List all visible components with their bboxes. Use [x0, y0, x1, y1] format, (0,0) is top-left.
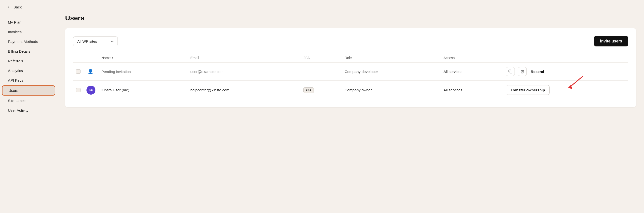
svg-rect-2 [510, 71, 512, 73]
main-card: All WP sites ⤔ Invite users Name ↑ Email… [65, 28, 636, 107]
sidebar-item-label-my-plan: My Plan [8, 20, 21, 24]
table-row: KUKinsta User (me)helpcenter@kinsta.com2… [73, 81, 628, 100]
user-role-cell: Company developer [342, 63, 440, 81]
table-body: 👤Pending invitationuser@example.comCompa… [73, 63, 628, 100]
sidebar-item-label-site-labels: Site Labels [8, 99, 26, 103]
sidebar-item-label-invoices: Invoices [8, 30, 22, 34]
users-table: Name ↑ Email 2FA Role Access 👤Pending in… [73, 53, 628, 99]
col-email: Email [187, 53, 300, 63]
sidebar: My PlanInvoicesPayment MethodsBilling De… [0, 14, 57, 213]
sidebar-item-invoices[interactable]: Invoices [2, 27, 55, 36]
sidebar-item-my-plan[interactable]: My Plan [2, 18, 55, 27]
sidebar-item-payment-methods[interactable]: Payment Methods [2, 37, 55, 46]
card-header: All WP sites ⤔ Invite users [73, 36, 628, 46]
user-actions-cell: Resend [503, 63, 628, 81]
sidebar-item-label-billing-details: Billing Details [8, 49, 30, 53]
col-actions [503, 53, 628, 63]
dropdown-selected-value: All WP sites [77, 39, 97, 43]
col-access: Access [440, 53, 503, 63]
user-actions-cell: Transfer ownership [503, 81, 628, 100]
content-area: Users All WP sites ⤔ Invite users [57, 14, 644, 213]
row-checkbox[interactable] [76, 69, 80, 74]
sidebar-item-label-users: Users [8, 88, 18, 93]
sidebar-item-analytics[interactable]: Analytics [2, 66, 55, 75]
copy-link-button[interactable] [506, 67, 515, 76]
sidebar-item-label-analytics: Analytics [8, 68, 23, 73]
delete-invitation-button[interactable] [518, 67, 527, 76]
col-checkbox [73, 53, 84, 63]
page-title: Users [65, 14, 636, 22]
row-checkbox[interactable] [76, 88, 80, 92]
avatar: KU [86, 86, 96, 95]
sidebar-item-user-activity[interactable]: User Activity [2, 106, 55, 115]
sidebar-item-site-labels[interactable]: Site Labels [2, 96, 55, 105]
user-email-cell: user@example.com [187, 63, 300, 81]
2fa-badge: 2FA [303, 87, 314, 93]
table-row: 👤Pending invitationuser@example.comCompa… [73, 63, 628, 81]
user-role-cell: Company owner [342, 81, 440, 100]
user-access-cell: All services [440, 63, 503, 81]
sidebar-item-label-referrals: Referrals [8, 59, 23, 63]
user-name-cell: Kinsta User (me) [98, 81, 187, 100]
table-header: Name ↑ Email 2FA Role Access [73, 53, 628, 63]
site-filter-dropdown[interactable]: All WP sites ⤔ [73, 36, 118, 46]
col-2fa: 2FA [300, 53, 342, 63]
invite-users-button[interactable]: Invite users [594, 36, 628, 46]
sidebar-item-users[interactable]: Users [2, 85, 55, 96]
back-arrow-icon: ← [7, 4, 12, 10]
col-name: Name ↑ [98, 53, 187, 63]
user-2fa-cell [300, 63, 342, 81]
transfer-ownership-button[interactable]: Transfer ownership [506, 85, 550, 95]
user-access-cell: All services [440, 81, 503, 100]
col-avatar [84, 53, 98, 63]
user-name-cell: Pending invitation [98, 63, 187, 81]
user-icon: 👤 [86, 67, 94, 75]
sidebar-item-api-keys[interactable]: API Keys [2, 76, 55, 85]
resend-invitation-button[interactable]: Resend [530, 69, 545, 74]
back-label: Back [14, 5, 22, 9]
sidebar-item-referrals[interactable]: Referrals [2, 56, 55, 65]
sidebar-item-billing-details[interactable]: Billing Details [2, 47, 55, 56]
col-role: Role [342, 53, 440, 63]
sidebar-item-label-payment-methods: Payment Methods [8, 39, 38, 44]
user-email-cell: helpcenter@kinsta.com [187, 81, 300, 100]
user-2fa-cell: 2FA [300, 81, 342, 100]
sidebar-item-label-user-activity: User Activity [8, 108, 28, 112]
chevron-down-icon: ⤔ [111, 39, 114, 43]
sidebar-item-label-api-keys: API Keys [8, 78, 23, 82]
back-button[interactable]: ← Back [7, 4, 22, 10]
